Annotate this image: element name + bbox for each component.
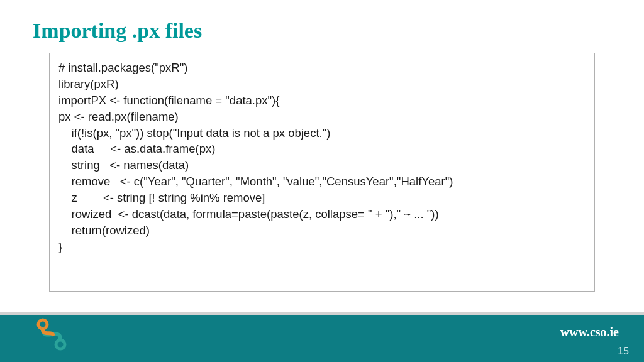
code-line: rowized <- dcast(data, formula=paste(pas… (58, 206, 586, 222)
code-line: return(rowized) (58, 222, 586, 239)
slide: Importing .px files # install.packages("… (0, 0, 644, 362)
code-line: z <- string [! string %in% remove] (58, 190, 586, 206)
code-line: string <- names(data) (58, 157, 586, 173)
footer-url: www.cso.ie (560, 325, 619, 339)
code-line: # install.packages("pxR") (58, 60, 586, 76)
cso-logo-icon (34, 317, 69, 354)
code-line: } (58, 239, 586, 255)
code-line: data <- as.data.frame(px) (58, 141, 586, 157)
footer-divider (0, 312, 644, 315)
code-line: importPX <- function(filename = "data.px… (58, 92, 586, 109)
code-block: # install.packages("pxR") library(pxR) i… (49, 53, 595, 292)
code-line: remove <- c("Year", "Quarter", "Month", … (58, 173, 586, 190)
code-line: if(!is(px, "px")) stop("Input data is no… (58, 125, 586, 141)
code-line: library(pxR) (58, 76, 586, 92)
page-number: 15 (618, 346, 629, 357)
svg-point-0 (38, 320, 47, 329)
svg-point-1 (56, 340, 65, 349)
code-line: px <- read.px(filename) (58, 109, 586, 125)
page-title: Importing .px files (33, 19, 202, 43)
slide-footer: www.cso.ie 15 (0, 312, 644, 362)
